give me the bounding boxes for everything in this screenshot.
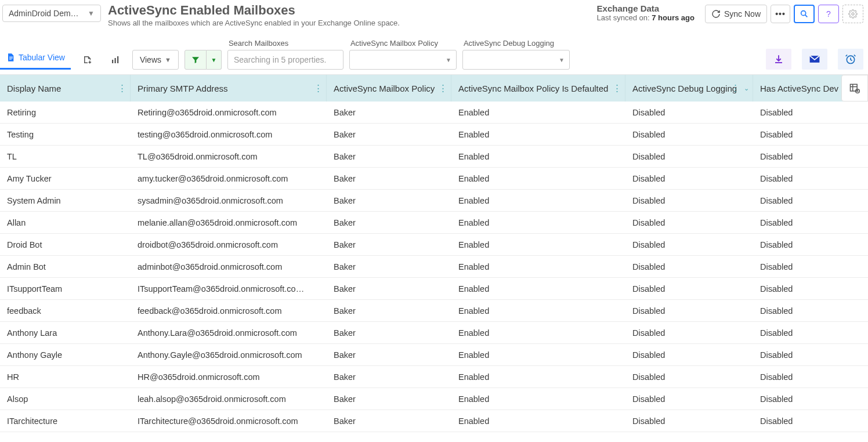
col-display-name[interactable]: Display Name⋮ <box>0 75 131 102</box>
col-label: Display Name <box>7 84 61 93</box>
search-input[interactable] <box>227 50 343 70</box>
cell-has-device: Disabled <box>753 388 868 410</box>
more-button[interactable]: ••• <box>771 5 790 23</box>
cell-has-device: Disabled <box>753 278 868 299</box>
col-label: ActiveSync Mailbox Policy Is Defaulted <box>458 84 608 93</box>
sort-icon[interactable]: ⌄ <box>744 85 749 92</box>
cell-display-name: System Admin <box>0 190 131 211</box>
caret-down-icon: ▼ <box>211 57 216 63</box>
table-row[interactable]: System Adminsysadmin@o365droid.onmicroso… <box>0 190 868 212</box>
cell-defaulted: Enabled <box>451 146 625 167</box>
cell-debug: Disabled <box>625 146 753 167</box>
sync-now-label: Sync Now <box>724 9 761 19</box>
table-row[interactable]: ITsupportTeamITsupportTeam@o365droid.onm… <box>0 278 868 300</box>
settings-button[interactable] <box>842 5 863 23</box>
sync-now-button[interactable]: Sync Now <box>705 5 767 23</box>
cell-smtp: sysadmin@o365droid.onmicrosoft.com <box>131 190 327 211</box>
table-row[interactable]: HRHR@o365droid.onmicrosoft.comBakerEnabl… <box>0 366 868 388</box>
table-row[interactable]: Droid Botdroidbot@o365droid.onmicrosoft.… <box>0 234 868 256</box>
table-row[interactable]: Amy Tuckeramy.tucker@o365droid.onmicroso… <box>0 168 868 190</box>
cell-display-name: Admin Bot <box>0 256 131 277</box>
column-menu-icon[interactable]: ⋮ <box>613 83 621 93</box>
cell-defaulted: Enabled <box>451 322 625 343</box>
table-row[interactable]: Allanmelanie.allan@o365droid.onmicrosoft… <box>0 212 868 234</box>
column-menu-icon[interactable]: ⋮ <box>731 83 740 93</box>
caret-down-icon: ▼ <box>88 9 95 17</box>
filter-dropdown-button[interactable]: ▼ <box>207 50 222 70</box>
table-row[interactable]: feedbackfeedback@o365droid.onmicrosoft.c… <box>0 300 868 322</box>
toolbar: Tabular View Views ▼ ▼ Search Mailboxes … <box>0 27 868 75</box>
schedule-button[interactable] <box>838 49 863 70</box>
cell-smtp: Anthony.Lara@o365droid.onmicrosoft.com <box>131 322 327 343</box>
cell-defaulted: Enabled <box>451 278 625 299</box>
cell-smtp: HR@o365droid.onmicrosoft.com <box>131 366 327 387</box>
column-menu-icon[interactable]: ⋮ <box>439 83 447 93</box>
cell-smtp: adminbot@o365droid.onmicrosoft.com <box>131 256 327 277</box>
cell-policy: Baker <box>327 124 451 145</box>
cell-policy: Baker <box>327 410 451 432</box>
cell-has-device: Disabled <box>753 102 868 123</box>
cell-smtp: ITarchitecture@o365droid.onmicrosoft.com <box>131 410 327 432</box>
search-toggle-button[interactable] <box>794 5 815 23</box>
export-button[interactable] <box>77 50 99 70</box>
column-menu-icon[interactable]: ⋮ <box>314 83 323 93</box>
cell-policy: Baker <box>327 190 451 211</box>
col-smtp[interactable]: Primary SMTP Address⋮ <box>131 75 327 102</box>
cell-display-name: Alsop <box>0 388 131 410</box>
table-row[interactable]: Anthony LaraAnthony.Lara@o365droid.onmic… <box>0 322 868 344</box>
sync-value: 7 hours ago <box>652 13 695 22</box>
chart-button[interactable] <box>104 50 126 70</box>
filter-button[interactable] <box>185 50 207 70</box>
cell-debug: Disabled <box>625 168 753 189</box>
cell-has-device: Disabled <box>753 410 868 432</box>
table-gear-icon <box>849 82 860 94</box>
download-button[interactable] <box>766 49 791 70</box>
column-menu-icon[interactable]: ⋮ <box>118 83 126 93</box>
table-row[interactable]: Admin Botadminbot@o365droid.onmicrosoft.… <box>0 256 868 278</box>
policy-label: ActiveSync Mailbox Policy <box>349 39 457 48</box>
table-row[interactable]: ITarchitectureITarchitecture@o365droid.o… <box>0 410 868 432</box>
chart-icon <box>110 55 121 65</box>
cell-display-name: Anthony Gayle <box>0 344 131 365</box>
col-policy[interactable]: ActiveSync Mailbox Policy⋮ <box>327 75 451 102</box>
table-row[interactable]: Testingtesting@o365droid.onmicrosoft.com… <box>0 124 868 146</box>
help-button[interactable]: ? <box>818 5 839 23</box>
search-field: Search Mailboxes <box>227 39 343 70</box>
column-settings-button[interactable] <box>841 75 868 102</box>
cell-defaulted: Enabled <box>451 168 625 189</box>
cell-debug: Disabled <box>625 256 753 277</box>
mail-icon <box>809 53 820 65</box>
cell-debug: Disabled <box>625 388 753 410</box>
cell-policy: Baker <box>327 300 451 321</box>
email-button[interactable] <box>802 49 827 70</box>
debug-select[interactable]: ▼ <box>462 50 570 70</box>
table-row[interactable]: Anthony GayleAnthony.Gayle@o365droid.onm… <box>0 344 868 366</box>
policy-select[interactable]: ▼ <box>349 50 457 70</box>
cell-policy: Baker <box>327 256 451 277</box>
cell-has-device: Disabled <box>753 124 868 145</box>
cell-smtp: TL@o365droid.onmicrosoft.com <box>131 146 327 167</box>
cell-has-device: Disabled <box>753 146 868 167</box>
table-row[interactable]: TLTL@o365droid.onmicrosoft.comBakerEnabl… <box>0 146 868 168</box>
col-label: ActiveSync Debug Logging <box>632 84 737 93</box>
cell-policy: Baker <box>327 366 451 387</box>
svg-line-1 <box>805 15 808 17</box>
cell-policy: Baker <box>327 278 451 299</box>
cell-policy: Baker <box>327 146 451 167</box>
svg-rect-5 <box>9 59 12 60</box>
tenant-dropdown[interactable]: AdminDroid Dem… ▼ <box>2 5 101 22</box>
col-defaulted[interactable]: ActiveSync Mailbox Policy Is Defaulted⋮ <box>451 75 625 102</box>
cell-debug: Disabled <box>625 300 753 321</box>
views-dropdown[interactable]: Views ▼ <box>132 50 179 70</box>
tab-tabular-view[interactable]: Tabular View <box>0 48 71 70</box>
sync-sub: Last synced on: 7 hours ago <box>597 13 695 22</box>
col-debug[interactable]: ActiveSync Debug Logging⋮⌄ <box>625 75 753 102</box>
table-row[interactable]: RetiringRetiring@o365droid.onmicrosoft.c… <box>0 102 868 124</box>
cell-debug: Disabled <box>625 344 753 365</box>
table-row[interactable]: Alsopleah.alsop@o365droid.onmicrosoft.co… <box>0 388 868 410</box>
cell-defaulted: Enabled <box>451 344 625 365</box>
cell-defaulted: Enabled <box>451 124 625 145</box>
cell-defaulted: Enabled <box>451 190 625 211</box>
svg-point-0 <box>801 11 806 16</box>
cell-display-name: feedback <box>0 300 131 321</box>
